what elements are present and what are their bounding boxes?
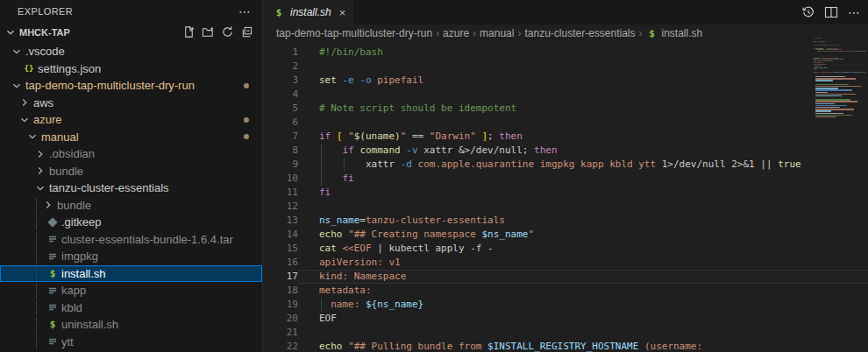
code-line-4 xyxy=(319,88,868,102)
code-line-9: xattr -d com.apple.quarantine imgpkg kap… xyxy=(814,51,866,53)
line-number: 9 xyxy=(263,158,298,172)
tree-item-install.sh[interactable]: $install.sh xyxy=(0,265,262,283)
tree-item-tanzu-cluster-essentials[interactable]: tanzu-cluster-essentials xyxy=(0,180,262,197)
editor-code-area[interactable]: 12345678910111213141516171819202122 #!/b… xyxy=(263,42,868,352)
tree-item-bundle[interactable]: bundle xyxy=(0,163,262,180)
code-line-1: #!/bin/bash xyxy=(319,46,868,60)
breadcrumb-separator-icon: › xyxy=(639,27,643,39)
tree-item-uninstall.sh[interactable]: $uninstall.sh xyxy=(0,316,262,334)
tree-item-label: bundle xyxy=(49,165,83,178)
timeline-history-icon[interactable] xyxy=(800,4,817,21)
line-number: 21 xyxy=(263,326,298,340)
minimap[interactable]: #!/bin/bashset -e -o pipefail# Note scri… xyxy=(814,38,866,118)
workspace-section-header[interactable]: MHCK-TAP xyxy=(0,23,262,41)
minimap-overflow-content xyxy=(814,74,866,118)
tree-item-label: bundle xyxy=(57,199,91,212)
breadcrumb-item[interactable]: tanzu-cluster-essentials xyxy=(524,27,635,39)
tree-item-label: .gitkeep xyxy=(61,215,102,229)
collapse-all-icon[interactable] xyxy=(238,24,255,41)
code-line-14: echo "## Creating namespace $ns_name" xyxy=(319,228,868,242)
breadcrumb-item[interactable]: manual xyxy=(480,27,514,39)
code-line-2 xyxy=(319,60,868,74)
line-number: 8 xyxy=(263,144,298,158)
code-line-21 xyxy=(319,326,868,340)
code-line-8: if command -v xattr &>/dev/null; then xyxy=(319,144,868,158)
tree-item-label: tap-demo-tap-multicluster-dry-run xyxy=(25,79,195,92)
tree-item-ytt[interactable]: ytt xyxy=(0,334,262,351)
editor-group: $ install.sh × ⋯ tap-demo-tap-multiclust… xyxy=(263,0,868,352)
breadcrumb-item[interactable]: install.sh xyxy=(662,27,703,39)
generic-file-icon xyxy=(46,232,60,246)
chevron-down-icon xyxy=(10,79,24,93)
tree-item-tap-demo-tap-multicluster-dry-run[interactable]: tap-demo-tap-multicluster-dry-run xyxy=(0,77,262,95)
code-line-12 xyxy=(319,200,868,214)
editor-more-actions-icon[interactable]: ⋯ xyxy=(845,4,863,21)
code-line-19: name: ${ns_name} xyxy=(319,298,868,312)
tree-item-label: .obsidian xyxy=(49,147,95,160)
code-line-10: fi xyxy=(319,172,868,186)
breadcrumb-separator-icon: › xyxy=(473,27,476,39)
tree-item-bundle[interactable]: bundle xyxy=(0,197,262,215)
line-number: 16 xyxy=(263,256,298,270)
tree-item-cluster-essentials-bundle-1.6.4.tar[interactable]: cluster-essentials-bundle-1.6.4.tar xyxy=(0,231,262,249)
line-number: 15 xyxy=(263,242,298,256)
line-number: 1 xyxy=(263,46,298,60)
json-file-icon: {} xyxy=(22,61,36,75)
tree-item-kapp[interactable]: kapp xyxy=(0,282,262,299)
tab-install-sh[interactable]: $ install.sh × xyxy=(263,0,353,25)
tree-item-.gitkeep[interactable]: .gitkeep xyxy=(0,214,262,231)
editor-actions: ⋯ xyxy=(800,0,863,25)
line-number: 14 xyxy=(263,228,298,242)
editor-tabstrip: $ install.sh × ⋯ xyxy=(263,0,868,25)
code-line-20: EOF xyxy=(319,312,868,326)
refresh-icon[interactable] xyxy=(218,24,236,41)
tree-item-label: settings.json xyxy=(38,62,101,75)
new-folder-icon[interactable] xyxy=(199,24,217,41)
tree-item-azure[interactable]: azure xyxy=(0,111,262,129)
tree-item-label: .vscode xyxy=(25,45,65,58)
chevron-down-icon xyxy=(4,25,18,39)
code-line-16: apiVersion: v1 xyxy=(319,256,868,270)
tree-item-label: azure xyxy=(33,113,62,126)
current-line-highlight xyxy=(298,270,868,284)
tree-item-label: imgpkg xyxy=(61,250,98,263)
tree-item-label: install.sh xyxy=(61,267,106,280)
chevron-down-icon xyxy=(10,45,24,59)
tree-item-label: uninstall.sh xyxy=(61,318,118,331)
line-number: 7 xyxy=(263,130,298,144)
tree-item-.vscode[interactable]: .vscode xyxy=(0,43,262,60)
line-number: 19 xyxy=(263,298,298,312)
chevron-down-icon xyxy=(33,181,47,195)
code-line-6 xyxy=(319,116,868,130)
tree-item-imgpkg[interactable]: imgpkg xyxy=(0,248,262,265)
line-number: 6 xyxy=(263,116,298,130)
tab-label: install.sh xyxy=(290,6,331,18)
tree-item-kbld[interactable]: kbld xyxy=(0,299,262,317)
line-number: 11 xyxy=(263,186,298,200)
generic-file-icon xyxy=(46,250,60,264)
line-number: 22 xyxy=(263,340,298,352)
explorer-more-actions-icon[interactable]: ⋯ xyxy=(236,3,253,20)
tab-close-icon[interactable]: × xyxy=(339,6,346,19)
split-editor-icon[interactable] xyxy=(822,4,840,21)
code-lines: #!/bin/bashset -e -o pipefail# Note scri… xyxy=(814,38,866,73)
chevron-down-icon xyxy=(25,130,39,144)
breadcrumb-item[interactable]: tap-demo-tap-multicluster-dry-run xyxy=(276,27,432,39)
line-number: 18 xyxy=(263,284,298,298)
tree-item-settings.json[interactable]: {}settings.json xyxy=(0,60,262,78)
shell-file-icon: $ xyxy=(46,266,60,280)
indent-guide xyxy=(321,298,322,312)
shell-file-icon: $ xyxy=(46,318,60,332)
new-file-icon[interactable] xyxy=(180,24,197,41)
current-line-highlight xyxy=(814,64,866,66)
code-lines: #!/bin/bashset -e -o pipefail# Note scri… xyxy=(298,42,868,352)
code-line-3: set -e -o pipefail xyxy=(319,74,868,88)
vscode-window: EXPLORER ⋯ MHCK-TAP xyxy=(0,0,868,352)
code-line-5: # Note script should be idempotent xyxy=(319,102,868,116)
breadcrumb-item[interactable]: azure xyxy=(443,27,469,39)
tree-item-label: manual xyxy=(41,130,79,144)
git-modified-badge xyxy=(244,83,249,88)
tree-item-aws[interactable]: aws xyxy=(0,95,262,112)
tree-item-.obsidian[interactable]: .obsidian xyxy=(0,145,262,163)
tree-item-manual[interactable]: manual xyxy=(0,129,262,146)
